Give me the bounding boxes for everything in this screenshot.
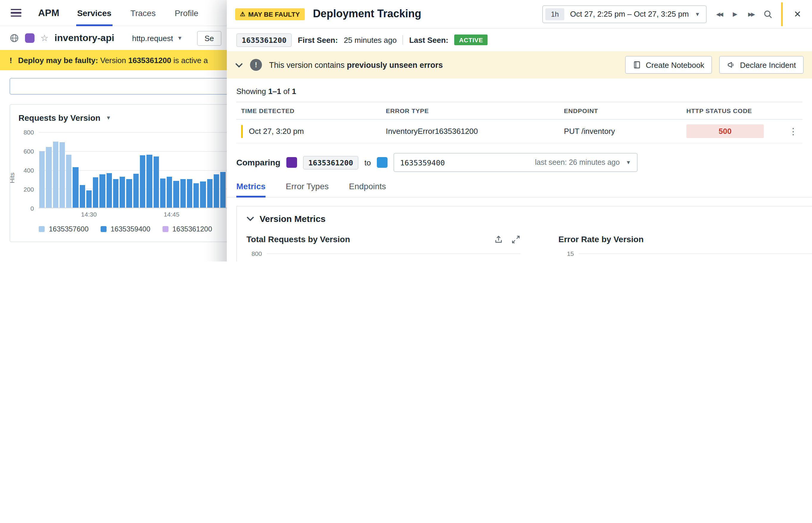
operation-select[interactable]: http.request▼ (132, 34, 182, 42)
compare-version-select[interactable]: 1635359400 last seen: 26 minutes ago ▼ (393, 153, 638, 172)
error-rate-chart: Error Rate by Version Errors/second 0510… (559, 234, 812, 262)
banner-text: This version contains (269, 60, 345, 69)
errors-table: TIME DETECTED ERROR TYPE ENDPOINT HTTP S… (236, 102, 802, 143)
panel-title: Deployment Tracking (313, 8, 421, 20)
version-b-last-seen: last seen: 26 minutes ago (535, 158, 620, 167)
zoom-icon[interactable] (763, 9, 773, 19)
bar (46, 147, 52, 208)
bar (106, 173, 112, 208)
nav-tab-traces[interactable]: Traces (129, 0, 157, 25)
version-a-chip: 1635361200 (303, 156, 359, 169)
faulty-banner-text2: is active a (174, 56, 208, 65)
y-tick: 600 (23, 147, 34, 155)
banner-text-bold: previously unseen errors (347, 60, 443, 69)
version-chip: 1635361200 (236, 33, 292, 47)
nav-tab-profile[interactable]: Profile (174, 0, 199, 25)
notebook-icon (633, 61, 641, 69)
plot-area (267, 253, 520, 262)
chevron-down-icon: ▼ (626, 160, 631, 165)
y-tick: 800 (251, 250, 262, 257)
collapse-chevron-icon (246, 216, 254, 221)
faulty-banner-version: 1635361200 (128, 56, 172, 65)
app-title: APM (38, 7, 59, 18)
bar (214, 175, 219, 208)
error-endpoint: PUT /inventory (564, 127, 686, 136)
tab-error-types[interactable]: Error Types (286, 181, 329, 197)
tab-endpoints[interactable]: Endpoints (349, 181, 386, 197)
comparing-label: Comparing (236, 158, 280, 167)
error-type: InventoryError1635361200 (386, 127, 564, 136)
service-name: inventory-api (54, 33, 114, 43)
warning-icon: ! (250, 59, 262, 71)
chevron-down-icon: ▼ (106, 115, 111, 121)
declare-incident-button[interactable]: Declare Incident (719, 56, 804, 74)
y-axis-label: Hits (8, 173, 16, 183)
row-menu-icon[interactable]: ⋮ (782, 126, 798, 137)
x-tick: 14:45 (164, 211, 179, 218)
chevron-down-icon: ▼ (695, 11, 700, 17)
y-axis-ticks: 0200400600800 (246, 253, 267, 262)
operation-select-value: http.request (132, 34, 173, 42)
bar (73, 167, 78, 208)
fast-forward-icon[interactable]: ▶▶ (747, 10, 755, 18)
error-time: Oct 27, 3:20 pm (249, 127, 304, 136)
column-time-detected: TIME DETECTED (241, 107, 386, 114)
version-summary-row: 1635361200 First Seen: 25 minutes ago La… (227, 29, 812, 51)
bar (200, 181, 206, 208)
bar (147, 155, 153, 208)
first-seen-label: First Seen: (298, 35, 338, 44)
bar (126, 179, 132, 208)
megaphone-icon (727, 61, 735, 69)
y-axis-ticks: 051015 (559, 253, 579, 262)
bar (120, 176, 125, 208)
export-icon[interactable] (494, 235, 503, 244)
bar (187, 179, 193, 208)
y-tick: 800 (23, 128, 34, 136)
bar (160, 179, 166, 208)
time-preset-chip: 1h (546, 8, 564, 20)
nav-tab-services[interactable]: Services (76, 0, 112, 25)
chart-title: Total Requests by Version (246, 234, 350, 244)
legend-swatch (162, 226, 168, 232)
bar (133, 174, 139, 208)
close-icon[interactable]: ✕ (792, 7, 804, 20)
y-tick: 15 (567, 250, 574, 257)
bar (86, 190, 92, 208)
play-icon[interactable]: ▶ (731, 10, 739, 18)
menu-icon[interactable] (11, 9, 21, 17)
requests-chart-title: Requests by Version (18, 113, 100, 123)
panel-header: ⚠MAY BE FAULTY Deployment Tracking 1h Oc… (227, 0, 812, 29)
time-range-value: Oct 27, 2:25 pm – Oct 27, 3:25 pm (570, 10, 689, 18)
bar (93, 177, 99, 208)
legend-item[interactable]: 1635361200 (162, 225, 212, 233)
y-tick: 200 (23, 186, 34, 193)
collapse-chevron-icon[interactable] (235, 62, 243, 68)
tab-metrics[interactable]: Metrics (236, 181, 265, 197)
chart-title: Error Rate by Version (559, 234, 643, 244)
version-b-value: 1635359400 (400, 158, 445, 167)
bar (174, 181, 179, 208)
legend-item[interactable]: 1635359400 (101, 225, 151, 233)
panel-tabs: Metrics Error Types Endpoints (227, 174, 812, 198)
bar (53, 142, 58, 208)
create-notebook-button[interactable]: Create Notebook (625, 56, 712, 74)
bar (66, 155, 72, 208)
y-axis-ticks: 0200400600800 (18, 132, 39, 208)
favorite-star-icon[interactable]: ☆ (40, 33, 49, 43)
legend-swatch (39, 226, 45, 232)
rewind-icon[interactable]: ◀◀ (715, 10, 723, 18)
bar (140, 155, 145, 208)
env-select[interactable]: Se (197, 31, 222, 46)
error-row[interactable]: Oct 27, 3:20 pm InventoryError1635361200… (236, 120, 802, 143)
globe-icon (10, 33, 19, 43)
version-b-swatch (377, 157, 388, 168)
faulty-banner-text: Version (100, 56, 126, 65)
legend-item[interactable]: 1635357600 (39, 225, 89, 233)
expand-icon[interactable] (511, 235, 520, 244)
errors-table-header: TIME DETECTED ERROR TYPE ENDPOINT HTTP S… (236, 102, 802, 120)
requests-chart-title-dropdown[interactable]: Requests by Version▼ (18, 113, 111, 123)
version-metrics-header[interactable]: Version Metrics (246, 214, 812, 224)
service-color-swatch (25, 33, 35, 43)
bar (193, 183, 199, 208)
time-range-select[interactable]: 1h Oct 27, 2:25 pm – Oct 27, 3:25 pm ▼ (543, 5, 707, 23)
